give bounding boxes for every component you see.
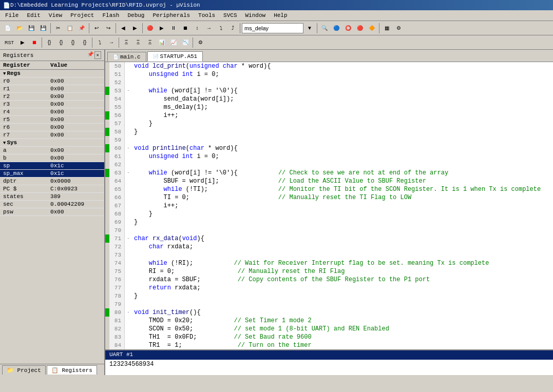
debug-btn5[interactable]: → <box>203 23 215 34</box>
registers-pin-icon[interactable]: 📌 <box>87 51 93 59</box>
code-content[interactable]: } <box>132 292 553 300</box>
menu-item-tools[interactable]: Tools <box>194 11 219 19</box>
menu-item-file[interactable]: File <box>1 11 23 19</box>
reg-row-r1[interactable]: r10x00 <box>0 85 104 93</box>
inspect-btn2[interactable]: ⭕ <box>342 23 354 34</box>
code-content[interactable]: while (!RI); // Wait for Receiver Interr… <box>132 259 553 267</box>
code-content[interactable]: send_data(word[i]); <box>132 95 553 103</box>
reg-row-a[interactable]: a0x00 <box>0 147 104 154</box>
code-btn4[interactable]: {} <box>79 37 90 48</box>
cut-btn[interactable]: ✂ <box>52 23 64 34</box>
menu-item-view[interactable]: View <box>45 11 66 19</box>
function-dropdown-btn[interactable]: ▼ <box>304 23 315 34</box>
debug-btn6[interactable]: ⤵ <box>215 23 226 34</box>
reg-row-r7[interactable]: r70x00 <box>0 131 104 139</box>
debug-btn3[interactable]: ⏹ <box>180 23 191 34</box>
code-content[interactable]: char rxdata; <box>132 243 553 251</box>
function-dropdown[interactable] <box>242 23 303 33</box>
code-content[interactable]: TI = 0; // Manually reset the TI Flag to… <box>132 193 553 202</box>
code-content[interactable]: void init_timer(){ <box>132 308 553 317</box>
code-content[interactable]: void lcd_print(unsigned char * word){ <box>132 62 553 70</box>
code-content[interactable]: TMOD = 0x20; // Set Timer 1 mode 2 <box>132 317 553 325</box>
code-btn3[interactable]: {} <box>67 37 79 48</box>
reg-row-r5[interactable]: r50x00 <box>0 116 104 124</box>
copy-btn[interactable]: 📋 <box>64 23 75 34</box>
reg-row-sp_max[interactable]: sp_max0x1c <box>0 170 104 178</box>
bottom-tab-project[interactable]: 📁 Project <box>2 365 46 375</box>
code-content[interactable]: char rx_data(void){ <box>132 234 553 243</box>
paste-btn[interactable]: 📌 <box>76 23 87 34</box>
reg-row-sec[interactable]: sec0.00042209 <box>0 201 104 208</box>
code-content[interactable]: TH1 = 0x0FD; // Set Baud rate 9600 <box>132 333 553 341</box>
nav-fwd-btn[interactable]: ▶ <box>129 23 141 34</box>
menu-item-project[interactable]: Project <box>66 11 98 19</box>
code-content[interactable]: } <box>132 128 553 136</box>
fold-icon[interactable]: - <box>125 169 132 177</box>
mem-btn2[interactable]: Ξ <box>132 37 144 48</box>
save-all-btn[interactable]: 💾 <box>37 23 49 34</box>
inspect-btn1[interactable]: 🔵 <box>331 23 342 34</box>
reg-row-r3[interactable]: r30x00 <box>0 101 104 108</box>
undo-btn[interactable]: ↩ <box>91 23 102 34</box>
tool-btn1[interactable]: ⚙ <box>195 37 206 48</box>
mem-btn5[interactable]: 📈 <box>168 37 179 48</box>
code-content[interactable]: } <box>132 210 553 218</box>
code-content[interactable]: SBUF = word[i]; // Load the ASCII Value … <box>132 177 553 185</box>
menu-item-svcs[interactable]: SVCS <box>219 11 241 19</box>
rst-btn[interactable]: RST <box>2 37 16 48</box>
code-content[interactable] <box>132 136 553 144</box>
fold-icon[interactable]: - <box>125 87 132 95</box>
code-content[interactable]: while (!TI); // Monitor the TI bit of th… <box>132 185 553 193</box>
code-content[interactable]: rxdata = SBUF; // Copy contents of the S… <box>132 276 553 284</box>
code-btn1[interactable]: {} <box>44 37 55 48</box>
code-content[interactable]: i++; <box>132 111 553 120</box>
menu-item-debug[interactable]: Debug <box>123 11 148 19</box>
reg-group-regs[interactable]: ▼Regs <box>0 70 104 77</box>
inspect-btn4[interactable]: 🔶 <box>366 23 377 34</box>
save-btn[interactable]: 💾 <box>26 23 37 34</box>
reg-row-PC[interactable]: PC $C:0x0923 <box>0 185 104 193</box>
code-content[interactable]: i++; <box>132 202 553 210</box>
code-content[interactable] <box>132 300 553 308</box>
mem-btn6[interactable]: 📉 <box>180 37 191 48</box>
code-content[interactable]: RI = 0; // Manually reset the RI Flag <box>132 267 553 276</box>
window-btn[interactable]: ▦ <box>381 23 392 34</box>
debug-btn1[interactable]: ▶ <box>156 23 167 34</box>
code-content[interactable]: ms_delay(1); <box>132 103 553 111</box>
menu-item-help[interactable]: Help <box>270 11 291 19</box>
nav-back-btn[interactable]: ◀ <box>118 23 129 34</box>
code-content[interactable]: SCON = 0x50; // set mode 1 (8-bit UART) … <box>132 325 553 333</box>
reg-row-r4[interactable]: r40x00 <box>0 108 104 116</box>
reg-row-dptr[interactable]: dptr0x0000 <box>0 178 104 185</box>
breakpoint-btn[interactable]: 🔴 <box>144 23 156 34</box>
bottom-tab-registers[interactable]: 📋 Registers <box>47 365 97 375</box>
debug-btn2[interactable]: ⏸ <box>168 23 179 34</box>
tools-btn[interactable]: ⚙ <box>393 23 404 34</box>
redo-btn[interactable]: ↪ <box>103 23 114 34</box>
inspect-btn3[interactable]: 🔴 <box>354 23 366 34</box>
menu-item-peripherals[interactable]: Peripherals <box>148 11 194 19</box>
menu-item-flash[interactable]: Flash <box>98 11 123 19</box>
reg-row-states[interactable]: states389 <box>0 193 104 201</box>
code-content[interactable]: unsigned int i = 0; <box>132 70 553 79</box>
mem-btn3[interactable]: Ξ <box>144 37 156 48</box>
code-content[interactable]: } <box>132 218 553 226</box>
fold-icon[interactable]: - <box>125 308 132 317</box>
run-btn[interactable]: ▶ <box>17 37 28 48</box>
stop-btn[interactable]: ⏹ <box>29 37 40 48</box>
menu-item-edit[interactable]: Edit <box>23 11 44 19</box>
code-content[interactable]: while (word[i] != '\0'){ <box>132 87 553 95</box>
reg-row-r2[interactable]: r20x00 <box>0 93 104 101</box>
reg-row-sp[interactable]: sp0x1c <box>0 162 104 170</box>
step-over-btn[interactable]: → <box>106 37 117 48</box>
reg-row-r0[interactable]: r00x00 <box>0 77 104 85</box>
code-content[interactable]: return rxdata; <box>132 284 553 292</box>
debug-btn4[interactable]: ↕ <box>192 23 203 34</box>
code-btn2[interactable]: {} <box>55 37 67 48</box>
code-content[interactable] <box>132 226 553 234</box>
code-content[interactable]: unsigned int i = 0; <box>132 152 553 161</box>
reg-row-psw[interactable]: psw0x00 <box>0 208 104 216</box>
tab-mainc[interactable]: 📄main.c <box>107 52 146 62</box>
open-btn[interactable]: 📂 <box>14 23 25 34</box>
code-content[interactable] <box>132 79 553 87</box>
